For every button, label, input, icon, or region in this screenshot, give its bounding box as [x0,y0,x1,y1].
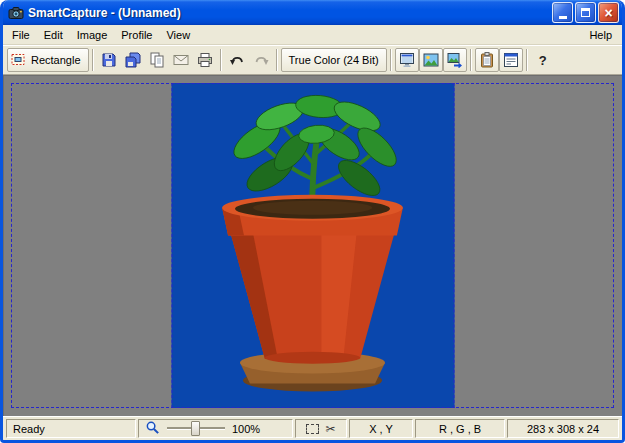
undo-button[interactable] [225,48,249,72]
rectangle-capture-icon [10,52,26,68]
clipboard-icon [479,52,495,68]
status-message: Ready [6,419,136,438]
image-dimensions-panel: 283 x 308 x 24 [507,419,619,438]
capture-mode-label: Rectangle [26,54,86,66]
zoom-value: 100% [232,423,260,435]
properties-icon [503,52,519,68]
color-depth-button[interactable]: True Color (24 Bit) [281,48,387,72]
help-button[interactable]: ? [531,48,555,72]
toolbar: Rectangle [3,45,622,75]
menu-bar: File Edit Image Profile View Help [3,25,622,45]
help-icon: ? [539,53,547,68]
pixel-color-panel: R , G , B [415,419,505,438]
capture-canvas[interactable] [3,75,622,416]
capture-window-button[interactable] [395,48,419,72]
magnifier-icon[interactable] [145,420,160,437]
maximize-button[interactable] [575,2,596,23]
redo-icon [253,52,269,68]
capture-mode-button[interactable]: Rectangle [7,48,89,72]
menu-item-file[interactable]: File [5,27,37,43]
toolbar-separator [526,49,528,71]
copy-button[interactable] [145,48,169,72]
plant-illustration [172,84,453,407]
toolbar-separator [220,49,222,71]
tools-panel: ✂ [295,419,347,438]
zoom-slider-thumb[interactable] [191,421,200,436]
window-title: SmartCapture - (Unnamed) [28,6,550,20]
email-button[interactable] [169,48,193,72]
paste-button[interactable] [475,48,499,72]
title-bar[interactable]: SmartCapture - (Unnamed) × [3,0,622,25]
status-bar: Ready 100% ✂ X , Y R , G , B 283 x 308 x… [3,416,622,440]
minimize-icon [559,16,567,19]
copy-icon [149,52,165,68]
close-button[interactable]: × [598,2,619,23]
zoom-panel: 100% [138,419,293,438]
maximize-icon [581,8,590,17]
monitor-icon [399,52,415,68]
properties-button[interactable] [499,48,523,72]
floppy-stack-icon [125,52,141,68]
undo-icon [229,52,245,68]
save-button[interactable] [97,48,121,72]
toolbar-separator [92,49,94,71]
menu-item-image[interactable]: Image [70,27,115,43]
minimize-button[interactable] [552,2,573,23]
menu-item-edit[interactable]: Edit [37,27,70,43]
color-depth-label: True Color (24 Bit) [284,54,384,66]
printer-icon [197,52,213,68]
image-icon [423,52,439,68]
save-all-button[interactable] [121,48,145,72]
floppy-icon [101,52,117,68]
view-image-button[interactable] [419,48,443,72]
redo-button[interactable] [249,48,273,72]
image-arrow-icon [447,52,463,68]
selection-mode-icon[interactable] [306,424,319,434]
send-image-button[interactable] [443,48,467,72]
envelope-icon [173,52,189,68]
menu-item-help[interactable]: Help [581,27,620,43]
scissors-icon[interactable]: ✂ [325,422,335,436]
print-button[interactable] [193,48,217,72]
cursor-position-panel: X , Y [349,419,413,438]
toolbar-separator [470,49,472,71]
toolbar-separator [276,49,278,71]
toolbar-separator [390,49,392,71]
captured-image[interactable] [171,83,454,408]
zoom-slider[interactable] [167,427,225,430]
menu-item-view[interactable]: View [159,27,197,43]
close-icon: × [604,6,612,20]
app-camera-icon[interactable] [8,5,24,21]
app-window: SmartCapture - (Unnamed) × File Edit Ima… [0,0,625,443]
menu-item-profile[interactable]: Profile [114,27,159,43]
